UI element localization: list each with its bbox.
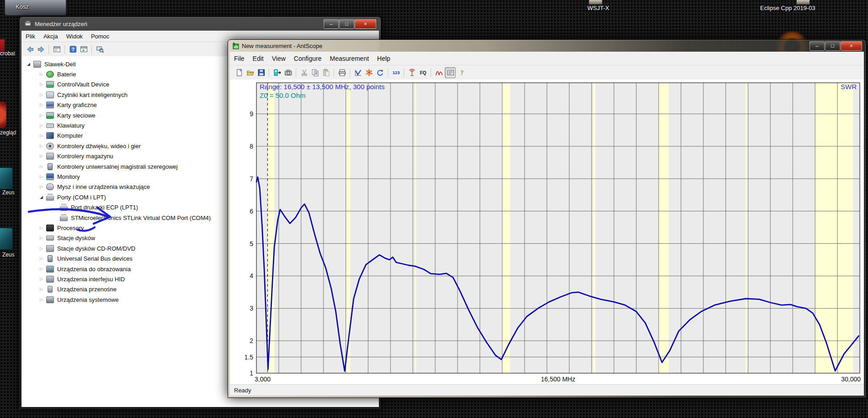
expand-expander-icon[interactable]: ▷ (40, 165, 46, 169)
zeus-icon[interactable] (0, 167, 13, 189)
wsjtx-icon[interactable] (589, 0, 602, 5)
tree-item-label[interactable]: ControlVault Device (57, 81, 109, 88)
browser-icon[interactable] (0, 102, 6, 128)
tree-item-label[interactable]: Baterie (57, 71, 76, 78)
wsjtx-icon-label[interactable]: WSJT-X (587, 5, 609, 11)
acrobat-icon-label[interactable]: crobat (0, 50, 15, 57)
collapse-expander-icon[interactable]: ◢ (27, 62, 33, 66)
expand-expander-icon[interactable]: ▷ (40, 257, 46, 261)
expand-expander-icon[interactable]: ▷ (40, 134, 46, 138)
refresh-icon[interactable] (375, 68, 385, 78)
as-menu-edit[interactable]: Edit (249, 55, 268, 62)
expand-expander-icon[interactable]: ▷ (40, 144, 46, 148)
tree-item-label[interactable]: Slawek-Dell (44, 61, 76, 68)
as-menu-file[interactable]: File (230, 55, 249, 62)
zeus-icon-label[interactable]: Zeus (2, 252, 15, 258)
expand-expander-icon[interactable]: ▷ (40, 123, 46, 128)
fq-icon[interactable]: FQ (418, 68, 428, 78)
tree-item-label[interactable]: Urządzenia interfejsu HID (57, 276, 125, 283)
antscope-minimize-button[interactable]: – (809, 41, 825, 51)
eclipse-icon[interactable] (796, 0, 810, 5)
expand-expander-icon[interactable]: ▷ (40, 113, 46, 118)
antscope-maximize-button[interactable]: □ (825, 41, 840, 51)
save-icon[interactable] (256, 68, 266, 78)
expand-expander-icon[interactable]: ▷ (40, 154, 46, 158)
expand-expander-icon[interactable]: ▷ (40, 267, 46, 271)
expand-expander-icon[interactable]: ▷ (40, 277, 46, 281)
swr-chart-panel[interactable]: 987654321.513,00016,500 MHz30,000Range: … (230, 80, 864, 385)
tree-item-label[interactable]: Mysz i inne urządzenia wskazujące (57, 183, 150, 190)
zeus-icon-label[interactable]: Zeus (2, 189, 15, 196)
help-icon[interactable]: ? (457, 68, 467, 78)
device-manager-minimize-button[interactable]: – (324, 19, 339, 29)
tree-item-label[interactable]: Klawiatury (57, 122, 85, 129)
browser-icon-label[interactable]: zegląd (0, 129, 16, 136)
expand-expander-icon[interactable]: ▷ (40, 175, 46, 179)
screenshot-icon[interactable] (283, 68, 293, 78)
zeus-icon[interactable] (0, 228, 13, 250)
tree-item-label[interactable]: Karty graficzne (57, 102, 97, 108)
device-manager-maximize-button[interactable]: □ (339, 19, 354, 29)
expand-expander-icon[interactable]: ▷ (40, 236, 46, 240)
tree-item-label[interactable]: Kontrolery uniwersalnej magistrali szere… (57, 163, 178, 170)
as-menu-configure[interactable]: Configure (290, 55, 326, 62)
antscope-close-button[interactable]: × (841, 41, 862, 51)
scan-hardware-icon[interactable] (95, 44, 105, 54)
expand-expander-icon[interactable]: ▷ (40, 82, 46, 86)
tree-item-label[interactable]: Stacje dysków CD-ROM/DVD (57, 245, 135, 252)
expand-expander-icon[interactable]: ▷ (40, 226, 46, 230)
eclipse-icon-label[interactable]: Eclipse Cpp 2019-03 (760, 5, 815, 11)
open-icon[interactable] (245, 68, 255, 78)
analyzer-icon[interactable] (272, 68, 282, 78)
expand-expander-icon[interactable]: ▷ (40, 298, 46, 302)
as-menu-measurement[interactable]: Measurement (325, 55, 373, 62)
swr-plot[interactable]: 987654321.513,00016,500 MHz30,000Range: … (230, 80, 864, 385)
dm-menu-plik[interactable]: Plik (21, 33, 39, 40)
cut-icon[interactable] (299, 68, 309, 78)
device-manager-titlebar[interactable]: Menedżer urządzeń –□× (20, 17, 381, 31)
panel-icon[interactable] (445, 67, 456, 78)
expand-expander-icon[interactable]: ▷ (40, 93, 46, 97)
forward-icon[interactable] (36, 44, 46, 54)
as-menu-view[interactable]: View (268, 55, 290, 62)
dm-menu-widok[interactable]: Widok (62, 33, 87, 40)
tree-item-label[interactable]: Porty (COM i LPT) (57, 194, 106, 201)
tree-item-label[interactable]: Kontrolery magazynu (57, 153, 113, 160)
tree-item-label[interactable]: Procesory (57, 225, 84, 231)
expand-expander-icon[interactable]: ▷ (40, 247, 46, 251)
tree-item-label[interactable]: Komputer (57, 132, 83, 139)
tree-item-label[interactable]: Port drukarki ECP (LPT1) (71, 204, 138, 211)
tree-item-label[interactable]: Monitory (57, 173, 80, 180)
tree-item-label[interactable]: Urządzenia systemowe (57, 296, 118, 303)
print-icon[interactable] (337, 68, 347, 78)
numbers-123-icon[interactable]: 123 (391, 68, 401, 78)
tree-item-label[interactable]: Urządzenia do obrazowania (57, 266, 131, 273)
new-icon[interactable] (234, 68, 244, 78)
as-menu-help[interactable]: Help (373, 55, 394, 62)
tree-item-label[interactable]: Karty sieciowe (57, 112, 96, 119)
copy-icon[interactable] (310, 68, 320, 78)
tree-item-label[interactable]: Czytniki kart inteligentnych (57, 91, 128, 98)
expand-expander-icon[interactable]: ▷ (40, 185, 46, 189)
recycle-bin-label[interactable]: Kosz (16, 3, 29, 10)
expand-expander-icon[interactable]: ▷ (40, 287, 46, 291)
tree-item-label[interactable]: STMicroelectronics STLink Virtual COM Po… (71, 214, 211, 221)
expand-expander-icon[interactable]: ▷ (40, 103, 46, 107)
back-icon[interactable] (25, 44, 35, 54)
expand-expander-icon[interactable]: ▷ (40, 72, 46, 76)
burst-icon[interactable] (364, 68, 374, 78)
collapse-expander-icon[interactable]: ◢ (40, 195, 46, 199)
device-manager-close-button[interactable]: × (355, 19, 376, 29)
chart-icon[interactable] (353, 68, 363, 78)
antenna-icon[interactable] (407, 68, 417, 78)
dm-menu-akcja[interactable]: Akcja (39, 33, 62, 40)
paste-icon[interactable] (321, 68, 331, 78)
tree-item-label[interactable]: Kontrolery dźwięku, wideo i gier (57, 143, 141, 150)
tree-item-label[interactable]: Urządzenia przenośne (57, 286, 117, 293)
window-list-icon[interactable] (79, 44, 89, 54)
tree-item-label[interactable]: Universal Serial Bus devices (57, 255, 133, 262)
help-icon[interactable]: ? (68, 44, 78, 54)
antscope-titlebar[interactable]: New measurement - AntScope –□× (228, 40, 866, 52)
dm-menu-pomoc[interactable]: Pomoc (87, 33, 113, 40)
console-window-icon[interactable] (52, 44, 62, 54)
